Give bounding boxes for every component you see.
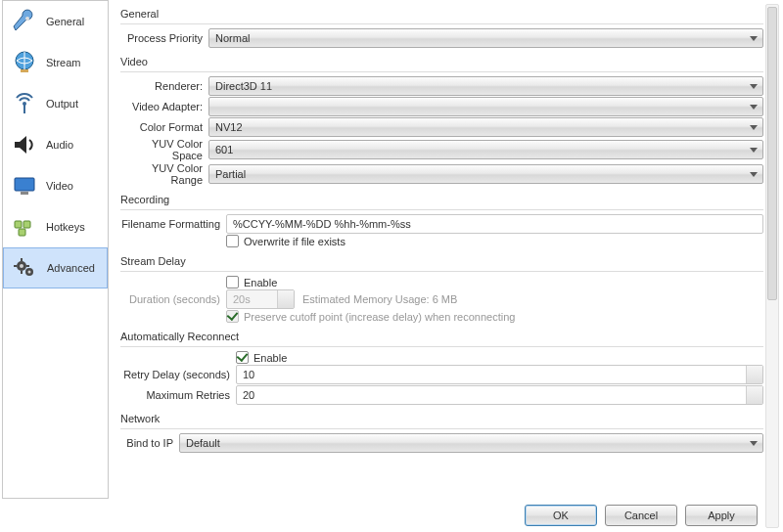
scrollbar-thumb[interactable]	[767, 7, 777, 300]
ok-button[interactable]: OK	[525, 505, 597, 526]
maximum-retries-label: Maximum Retries	[120, 389, 236, 401]
sidebar-item-audio[interactable]: Audio	[3, 124, 108, 165]
sidebar-item-advanced[interactable]: Advanced	[3, 247, 108, 288]
settings-content: General Process Priority Normal Video Re…	[111, 0, 783, 499]
auto-reconnect-enable-label: Enable	[253, 352, 287, 364]
speaker-icon	[9, 129, 40, 160]
yuv-color-range-dropdown[interactable]: Partial	[208, 164, 763, 184]
preserve-cutoff-checkbox	[226, 310, 239, 323]
process-priority-dropdown[interactable]: Normal	[208, 28, 763, 48]
sidebar-item-output[interactable]: Output	[3, 83, 108, 124]
duration-spinbox: 20s	[226, 289, 295, 309]
sidebar-item-label: General	[46, 16, 84, 27]
section-stream-delay-title: Stream Delay	[120, 255, 763, 267]
overwrite-label: Overwrite if file exists	[244, 236, 345, 247]
video-adapter-dropdown[interactable]	[208, 97, 763, 116]
maximum-retries-spinbox[interactable]: 20	[236, 385, 763, 405]
yuv-color-space-label: YUV Color Space	[120, 138, 208, 161]
svg-point-0	[25, 17, 29, 21]
retry-delay-label: Retry Delay (seconds)	[120, 369, 236, 380]
sidebar-item-label: Audio	[46, 139, 73, 151]
yuv-color-range-label: YUV Color Range	[120, 162, 208, 186]
section-general-title: General	[120, 8, 763, 20]
svg-rect-9	[19, 229, 25, 236]
sidebar-item-label: Stream	[46, 57, 80, 68]
apply-button[interactable]: Apply	[685, 505, 758, 526]
yuv-color-space-dropdown[interactable]: 601	[208, 140, 763, 159]
sidebar-item-label: Hotkeys	[46, 221, 85, 233]
sidebar-item-video[interactable]: Video	[3, 165, 108, 206]
filename-formatting-label: Filename Formatting	[120, 218, 226, 230]
sidebar-item-label: Video	[46, 180, 73, 192]
vertical-scrollbar[interactable]	[765, 4, 779, 499]
svg-rect-6	[21, 192, 28, 195]
wrench-icon	[9, 6, 40, 37]
auto-reconnect-enable-checkbox[interactable]	[236, 351, 249, 364]
renderer-label: Renderer:	[120, 80, 208, 92]
video-adapter-label: Video Adapter:	[120, 101, 208, 112]
duration-label: Duration (seconds)	[120, 293, 226, 305]
svg-rect-8	[23, 221, 30, 228]
estimated-memory-label: Estimated Memory Usage: 6 MB	[302, 293, 457, 305]
section-network-title: Network	[120, 413, 763, 424]
stream-delay-enable-label: Enable	[244, 277, 277, 288]
svg-point-13	[28, 271, 31, 274]
sidebar-item-label: Advanced	[47, 262, 95, 274]
sidebar-item-stream[interactable]: Stream	[3, 42, 108, 83]
svg-point-12	[20, 264, 23, 268]
svg-rect-2	[21, 69, 28, 72]
preserve-cutoff-label: Preserve cutoff point (increase delay) w…	[244, 311, 515, 323]
sidebar-item-label: Output	[46, 98, 78, 110]
sidebar-item-general[interactable]: General	[3, 1, 108, 42]
color-format-dropdown[interactable]: NV12	[208, 117, 763, 137]
gears-icon	[10, 252, 41, 284]
bind-to-ip-label: Bind to IP	[120, 437, 179, 449]
retry-delay-spinbox[interactable]: 10	[236, 365, 763, 384]
sidebar-item-hotkeys[interactable]: Hotkeys	[3, 206, 108, 247]
svg-rect-5	[15, 178, 34, 191]
antenna-icon	[9, 88, 40, 119]
filename-formatting-input[interactable]: %CCYY-%MM-%DD %hh-%mm-%ss	[226, 214, 763, 234]
section-auto-reconnect-title: Automatically Reconnect	[120, 331, 763, 342]
svg-rect-7	[15, 221, 22, 228]
color-format-label: Color Format	[120, 121, 208, 133]
process-priority-label: Process Priority	[120, 32, 208, 44]
section-recording-title: Recording	[120, 194, 763, 205]
stream-delay-enable-checkbox[interactable]	[226, 276, 239, 288]
monitor-icon	[9, 170, 40, 201]
dialog-footer: OK Cancel Apply	[0, 499, 783, 532]
section-video-title: Video	[120, 56, 763, 67]
bind-to-ip-dropdown[interactable]: Default	[179, 433, 763, 453]
keys-icon	[9, 211, 40, 243]
cancel-button[interactable]: Cancel	[605, 505, 677, 526]
overwrite-checkbox[interactable]	[226, 235, 239, 247]
renderer-dropdown[interactable]: Direct3D 11	[208, 76, 763, 96]
settings-sidebar: General Stream Output Audio	[2, 0, 109, 499]
globe-icon	[9, 47, 40, 78]
